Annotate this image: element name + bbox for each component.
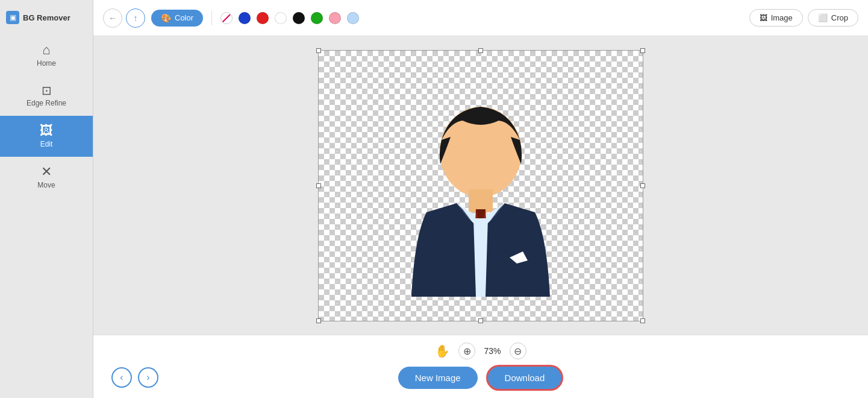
action-buttons: New Image Download: [398, 365, 564, 391]
crop-handle-top-right[interactable]: [640, 48, 645, 53]
crop-handle-bottom-left[interactable]: [316, 318, 321, 323]
crop-handle-bottom-right[interactable]: [640, 318, 645, 323]
crop-handle-bottom-center[interactable]: [478, 318, 483, 323]
color-button-label: Color: [175, 13, 193, 22]
color-button[interactable]: 🎨 Color: [151, 10, 203, 27]
app-logo: ▣ BG Remover: [0, 6, 76, 29]
crop-handle-middle-left[interactable]: [316, 183, 321, 188]
edge-refine-icon: ⊡: [42, 84, 52, 96]
sidebar: ▣ BG Remover ⌂ Home ⊡ Edge Refine 🖼 Edit…: [0, 0, 93, 398]
nav-arrows: ‹ ›: [111, 367, 158, 388]
download-button[interactable]: Download: [486, 365, 564, 391]
next-button[interactable]: ›: [138, 367, 158, 388]
crop-icon: ⬜: [818, 13, 828, 22]
image-icon: 🖼: [760, 13, 767, 22]
toolbar-right: 🖼 Image ⬜ Crop: [749, 9, 858, 27]
crop-handle-top-left[interactable]: [316, 48, 321, 53]
color-swatch-black[interactable]: [293, 12, 305, 24]
color-swatch-transparent[interactable]: [220, 12, 233, 24]
canvas-area: [93, 36, 868, 335]
nav-buttons: ← ↑: [103, 8, 145, 28]
color-swatch-blue[interactable]: [239, 12, 251, 24]
crop-button-label: Crop: [831, 13, 848, 22]
person-figure: [319, 51, 643, 321]
previous-button[interactable]: ‹: [111, 367, 132, 388]
main-content: ← ↑ 🎨 Color 🖼 Image ⬜ Crop: [93, 0, 868, 398]
image-button[interactable]: 🖼 Image: [749, 9, 803, 27]
sidebar-item-home-label: Home: [37, 59, 56, 68]
download-label: Download: [505, 373, 545, 383]
crop-handle-middle-right[interactable]: [640, 183, 645, 188]
sidebar-item-move-label: Move: [37, 181, 55, 189]
color-swatch-green[interactable]: [311, 12, 323, 24]
chevron-left-icon: ‹: [120, 372, 123, 383]
zoom-in-icon: ⊕: [463, 346, 471, 357]
sidebar-item-edge-refine[interactable]: ⊡ Edge Refine: [0, 76, 93, 116]
color-swatch-red[interactable]: [257, 12, 269, 24]
color-swatch-pink[interactable]: [329, 12, 341, 24]
back-nav-button[interactable]: ←: [103, 8, 122, 28]
bottom-bar: ✋ ⊕ 73% ⊖ ‹ › New Image: [93, 335, 868, 398]
sidebar-item-move[interactable]: ✕ Move: [0, 157, 93, 198]
logo-icon: ▣: [6, 11, 19, 24]
color-swatch-white[interactable]: [275, 12, 287, 24]
move-icon: ✕: [41, 165, 52, 178]
zoom-out-icon: ⊖: [514, 346, 522, 357]
divider: [211, 11, 212, 25]
forward-nav-button[interactable]: ↑: [126, 8, 145, 28]
zoom-controls: ✋ ⊕ 73% ⊖: [435, 343, 526, 359]
toolbar: ← ↑ 🎨 Color 🖼 Image ⬜ Crop: [93, 0, 868, 36]
new-image-label: New Image: [415, 373, 461, 383]
palette-icon: 🎨: [161, 13, 171, 23]
chevron-right-icon: ›: [146, 372, 149, 383]
sidebar-item-home[interactable]: ⌂ Home: [0, 35, 93, 76]
color-swatch-lightblue[interactable]: [347, 12, 359, 24]
home-icon: ⌂: [42, 43, 50, 57]
app-name: BG Remover: [23, 13, 70, 22]
sidebar-item-edit-label: Edit: [40, 140, 53, 148]
person-svg: [378, 92, 583, 321]
svg-rect-1: [469, 189, 493, 212]
pan-icon[interactable]: ✋: [435, 344, 450, 358]
zoom-out-button[interactable]: ⊖: [510, 343, 526, 359]
image-button-label: Image: [771, 13, 793, 22]
sidebar-item-edge-refine-label: Edge Refine: [27, 99, 66, 107]
crop-handle-top-center[interactable]: [478, 48, 483, 53]
zoom-in-button[interactable]: ⊕: [458, 343, 475, 359]
edit-icon: 🖼: [40, 124, 53, 137]
image-canvas[interactable]: [318, 50, 643, 321]
sidebar-item-edit[interactable]: 🖼 Edit: [0, 116, 93, 157]
zoom-level: 73%: [484, 346, 501, 356]
new-image-button[interactable]: New Image: [398, 367, 478, 389]
action-buttons-wrapper: ‹ › New Image Download: [93, 365, 868, 391]
crop-button[interactable]: ⬜ Crop: [808, 9, 858, 27]
